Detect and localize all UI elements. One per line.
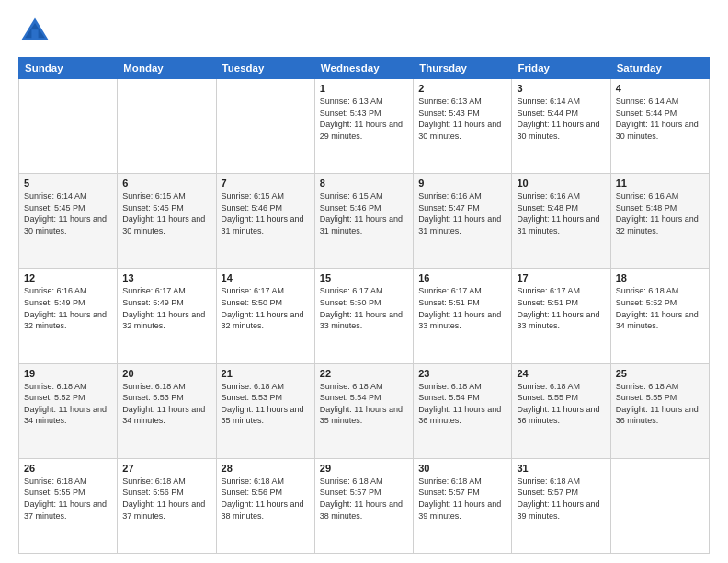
calendar-cell: 18Sunrise: 6:18 AMSunset: 5:52 PMDayligh…: [610, 269, 709, 363]
day-number: 25: [616, 368, 704, 379]
logo-icon: [18, 15, 51, 48]
day-number: 14: [222, 272, 310, 283]
calendar-cell: 13Sunrise: 6:17 AMSunset: 5:49 PMDayligh…: [118, 269, 216, 363]
calendar-cell: [216, 79, 314, 174]
day-number: 11: [616, 178, 704, 189]
day-number: 27: [122, 463, 210, 474]
day-info: Sunrise: 6:18 AMSunset: 5:54 PMDaylight:…: [320, 382, 403, 426]
day-info: Sunrise: 6:15 AMSunset: 5:45 PMDaylight:…: [122, 191, 205, 236]
day-number: 18: [616, 272, 704, 283]
header: [18, 15, 710, 48]
calendar-week-5: 26Sunrise: 6:18 AMSunset: 5:55 PMDayligh…: [19, 458, 710, 553]
day-info: Sunrise: 6:18 AMSunset: 5:52 PMDaylight:…: [24, 382, 107, 426]
day-info: Sunrise: 6:16 AMSunset: 5:48 PMDaylight:…: [517, 191, 599, 236]
day-info: Sunrise: 6:18 AMSunset: 5:56 PMDaylight:…: [122, 477, 205, 521]
day-number: 10: [517, 178, 605, 189]
col-header-saturday: Saturday: [610, 58, 709, 79]
calendar-cell: 25Sunrise: 6:18 AMSunset: 5:55 PMDayligh…: [610, 363, 709, 458]
calendar-cell: 5Sunrise: 6:14 AMSunset: 5:45 PMDaylight…: [19, 174, 118, 269]
day-number: 26: [24, 463, 112, 474]
day-info: Sunrise: 6:13 AMSunset: 5:43 PMDaylight:…: [320, 97, 403, 141]
day-number: 29: [320, 463, 408, 474]
calendar-table: SundayMondayTuesdayWednesdayThursdayFrid…: [18, 57, 710, 554]
logo: [18, 15, 55, 48]
calendar-cell: 16Sunrise: 6:17 AMSunset: 5:51 PMDayligh…: [414, 269, 512, 363]
day-number: 20: [122, 368, 210, 379]
svg-rect-2: [31, 29, 38, 40]
calendar-cell: 11Sunrise: 6:16 AMSunset: 5:48 PMDayligh…: [610, 174, 709, 269]
calendar-cell: 9Sunrise: 6:16 AMSunset: 5:47 PMDaylight…: [414, 174, 512, 269]
day-info: Sunrise: 6:18 AMSunset: 5:53 PMDaylight:…: [122, 382, 205, 426]
day-number: 16: [418, 272, 506, 283]
day-number: 31: [517, 463, 605, 474]
day-number: 5: [24, 178, 112, 189]
day-info: Sunrise: 6:17 AMSunset: 5:51 PMDaylight:…: [517, 286, 599, 330]
day-info: Sunrise: 6:14 AMSunset: 5:45 PMDaylight:…: [24, 191, 107, 236]
calendar-cell: 30Sunrise: 6:18 AMSunset: 5:57 PMDayligh…: [414, 458, 512, 553]
calendar-cell: [118, 79, 216, 174]
day-info: Sunrise: 6:13 AMSunset: 5:43 PMDaylight:…: [418, 97, 501, 141]
calendar-cell: 23Sunrise: 6:18 AMSunset: 5:54 PMDayligh…: [414, 363, 512, 458]
day-number: 6: [122, 178, 210, 189]
day-number: 8: [320, 178, 408, 189]
col-header-sunday: Sunday: [19, 58, 118, 79]
calendar-cell: 21Sunrise: 6:18 AMSunset: 5:53 PMDayligh…: [216, 363, 314, 458]
day-info: Sunrise: 6:17 AMSunset: 5:50 PMDaylight:…: [222, 286, 304, 330]
calendar-cell: 28Sunrise: 6:18 AMSunset: 5:56 PMDayligh…: [216, 458, 314, 553]
calendar-cell: 8Sunrise: 6:15 AMSunset: 5:46 PMDaylight…: [314, 174, 413, 269]
day-info: Sunrise: 6:15 AMSunset: 5:46 PMDaylight:…: [320, 191, 403, 236]
day-info: Sunrise: 6:15 AMSunset: 5:46 PMDaylight:…: [222, 191, 304, 236]
day-info: Sunrise: 6:17 AMSunset: 5:51 PMDaylight:…: [418, 286, 501, 330]
calendar-cell: 20Sunrise: 6:18 AMSunset: 5:53 PMDayligh…: [118, 363, 216, 458]
day-info: Sunrise: 6:17 AMSunset: 5:49 PMDaylight:…: [122, 286, 205, 330]
calendar-cell: 17Sunrise: 6:17 AMSunset: 5:51 PMDayligh…: [512, 269, 610, 363]
day-number: 15: [320, 272, 408, 283]
day-number: 21: [222, 368, 310, 379]
day-info: Sunrise: 6:18 AMSunset: 5:53 PMDaylight:…: [222, 382, 304, 426]
calendar-cell: 14Sunrise: 6:17 AMSunset: 5:50 PMDayligh…: [216, 269, 314, 363]
day-info: Sunrise: 6:16 AMSunset: 5:48 PMDaylight:…: [616, 191, 699, 236]
calendar-cell: 12Sunrise: 6:16 AMSunset: 5:49 PMDayligh…: [19, 269, 118, 363]
day-number: 23: [418, 368, 506, 379]
day-info: Sunrise: 6:18 AMSunset: 5:55 PMDaylight:…: [616, 382, 699, 426]
calendar-cell: 3Sunrise: 6:14 AMSunset: 5:44 PMDaylight…: [512, 79, 610, 174]
col-header-wednesday: Wednesday: [314, 58, 413, 79]
calendar-cell: 7Sunrise: 6:15 AMSunset: 5:46 PMDaylight…: [216, 174, 314, 269]
day-info: Sunrise: 6:18 AMSunset: 5:57 PMDaylight:…: [517, 477, 599, 521]
calendar-week-4: 19Sunrise: 6:18 AMSunset: 5:52 PMDayligh…: [19, 363, 710, 458]
calendar-cell: 2Sunrise: 6:13 AMSunset: 5:43 PMDaylight…: [414, 79, 512, 174]
day-number: 30: [418, 463, 506, 474]
calendar-cell: 31Sunrise: 6:18 AMSunset: 5:57 PMDayligh…: [512, 458, 610, 553]
day-info: Sunrise: 6:18 AMSunset: 5:54 PMDaylight:…: [418, 382, 501, 426]
day-number: 12: [24, 272, 112, 283]
day-info: Sunrise: 6:16 AMSunset: 5:47 PMDaylight:…: [418, 191, 501, 236]
day-info: Sunrise: 6:17 AMSunset: 5:50 PMDaylight:…: [320, 286, 403, 330]
calendar-cell: 6Sunrise: 6:15 AMSunset: 5:45 PMDaylight…: [118, 174, 216, 269]
day-info: Sunrise: 6:18 AMSunset: 5:52 PMDaylight:…: [616, 286, 699, 330]
day-info: Sunrise: 6:18 AMSunset: 5:56 PMDaylight:…: [222, 477, 304, 521]
calendar-week-3: 12Sunrise: 6:16 AMSunset: 5:49 PMDayligh…: [19, 269, 710, 363]
day-number: 1: [320, 83, 408, 94]
day-info: Sunrise: 6:14 AMSunset: 5:44 PMDaylight:…: [616, 97, 699, 141]
day-info: Sunrise: 6:16 AMSunset: 5:49 PMDaylight:…: [24, 286, 107, 330]
calendar-cell: [610, 458, 709, 553]
calendar-cell: 27Sunrise: 6:18 AMSunset: 5:56 PMDayligh…: [118, 458, 216, 553]
page: SundayMondayTuesdayWednesdayThursdayFrid…: [0, 0, 728, 563]
calendar-cell: 4Sunrise: 6:14 AMSunset: 5:44 PMDaylight…: [610, 79, 709, 174]
day-info: Sunrise: 6:18 AMSunset: 5:55 PMDaylight:…: [517, 382, 599, 426]
day-info: Sunrise: 6:18 AMSunset: 5:55 PMDaylight:…: [24, 477, 107, 521]
calendar-week-2: 5Sunrise: 6:14 AMSunset: 5:45 PMDaylight…: [19, 174, 710, 269]
day-number: 13: [122, 272, 210, 283]
day-number: 24: [517, 368, 605, 379]
day-info: Sunrise: 6:14 AMSunset: 5:44 PMDaylight:…: [517, 97, 599, 141]
day-number: 28: [222, 463, 310, 474]
day-info: Sunrise: 6:18 AMSunset: 5:57 PMDaylight:…: [320, 477, 403, 521]
calendar-cell: 22Sunrise: 6:18 AMSunset: 5:54 PMDayligh…: [314, 363, 413, 458]
day-number: 17: [517, 272, 605, 283]
calendar-cell: 26Sunrise: 6:18 AMSunset: 5:55 PMDayligh…: [19, 458, 118, 553]
col-header-thursday: Thursday: [414, 58, 512, 79]
calendar-header-row: SundayMondayTuesdayWednesdayThursdayFrid…: [19, 58, 710, 79]
day-number: 2: [418, 83, 506, 94]
calendar-cell: 15Sunrise: 6:17 AMSunset: 5:50 PMDayligh…: [314, 269, 413, 363]
day-number: 22: [320, 368, 408, 379]
